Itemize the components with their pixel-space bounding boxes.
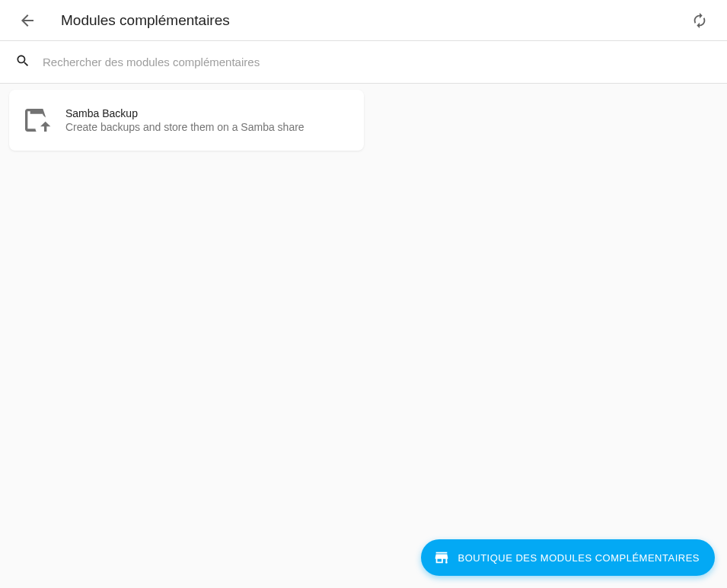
addon-text: Samba Backup Create backups and store th… [65, 107, 352, 133]
arrow-left-icon [18, 11, 37, 30]
refresh-icon [691, 12, 708, 29]
addon-card-samba-backup[interactable]: Samba Backup Create backups and store th… [9, 90, 364, 151]
store-button-label: BOUTIQUE DES MODULES COMPLÉMENTAIRES [458, 552, 700, 564]
store-icon [433, 549, 450, 566]
store-button[interactable]: BOUTIQUE DES MODULES COMPLÉMENTAIRES [421, 539, 715, 576]
header: Modules complémentaires [0, 0, 727, 41]
addon-title: Samba Backup [65, 107, 352, 119]
back-button[interactable] [12, 5, 43, 36]
page-title: Modules complémentaires [61, 12, 684, 29]
addon-list: Samba Backup Create backups and store th… [0, 84, 727, 157]
search-input[interactable] [43, 56, 712, 68]
floppy-upload-icon [21, 105, 52, 135]
search-icon [15, 53, 30, 72]
search-bar [0, 41, 727, 84]
addon-description: Create backups and store them on a Samba… [65, 121, 352, 133]
refresh-button[interactable] [684, 5, 715, 36]
